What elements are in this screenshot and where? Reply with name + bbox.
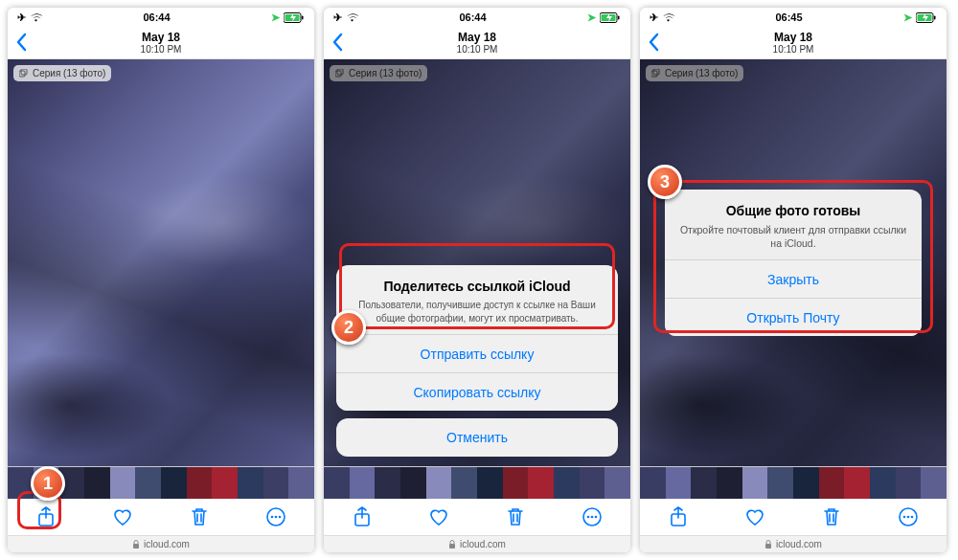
share-button[interactable] (666, 504, 691, 529)
thumbnail[interactable] (554, 467, 580, 499)
svg-point-29 (903, 516, 906, 519)
lock-icon (448, 540, 456, 549)
wifi-icon (662, 12, 674, 22)
svg-point-18 (587, 516, 590, 519)
callout-1: 1 (31, 466, 65, 501)
thumbnail[interactable] (288, 467, 314, 499)
safari-url-bar: icloud.com (324, 535, 630, 552)
back-button[interactable] (648, 33, 659, 52)
thumbnail[interactable] (350, 467, 376, 499)
share-button[interactable] (350, 504, 375, 529)
thumbnail[interactable] (896, 467, 922, 499)
airplane-icon: ✈︎ (650, 11, 658, 24)
copy-link-button[interactable]: Скопировать ссылку (336, 372, 618, 411)
svg-rect-12 (618, 15, 620, 19)
status-bar: ✈︎ 06:45 ➤ (640, 8, 947, 27)
burst-badge: Серия (13 фото) (13, 65, 111, 81)
thumbnail[interactable] (503, 467, 529, 499)
thumbnail[interactable] (528, 467, 554, 499)
thumbnail[interactable] (187, 467, 213, 499)
nav-bar: May 1810:10 PM (324, 27, 630, 59)
status-time: 06:44 (459, 11, 486, 23)
phone-screenshot-3: ✈︎ 06:45 ➤ May 1810:10 PM Серия (13 фото… (640, 8, 947, 552)
thumbnail[interactable] (717, 467, 742, 499)
back-button[interactable] (331, 33, 343, 52)
svg-rect-21 (449, 544, 455, 549)
thumbnail[interactable] (161, 467, 187, 499)
thumbnail[interactable] (742, 467, 768, 499)
share-button[interactable] (34, 504, 58, 529)
thumbnail[interactable] (110, 467, 136, 499)
thumbnail[interactable] (604, 467, 630, 499)
thumbnail[interactable] (819, 467, 845, 499)
callout-3: 3 (648, 165, 682, 199)
thumbnail[interactable] (426, 467, 452, 499)
thumbnail[interactable] (135, 467, 161, 499)
bottom-toolbar (324, 499, 630, 535)
callout-2: 2 (331, 310, 366, 345)
nav-date: May 18 (141, 31, 182, 44)
thumbnail[interactable] (921, 467, 947, 499)
favorite-button[interactable] (426, 504, 451, 529)
more-button[interactable] (263, 504, 288, 529)
svg-point-30 (907, 516, 910, 519)
photo-viewport[interactable]: Серия (13 фото) (8, 59, 314, 466)
action-sheet-overlay: Поделитесь ссылкой iCloud Пользователи, … (324, 59, 630, 466)
svg-rect-4 (21, 69, 27, 75)
alert-close-button[interactable]: Закрыть (665, 259, 923, 298)
thumbnail[interactable] (691, 467, 717, 499)
airplane-icon: ✈︎ (333, 11, 342, 24)
thumbnail[interactable] (238, 467, 263, 499)
nav-title: May 1810:10 PM (773, 31, 814, 55)
delete-button[interactable] (503, 504, 528, 529)
cancel-button[interactable]: Отменить (336, 418, 618, 457)
thumbnail[interactable] (767, 467, 793, 499)
bottom-toolbar (640, 499, 947, 535)
phone-screenshot-2: ✈︎ 06:44 ➤ May 1810:10 PM Серия (13 фото… (324, 8, 630, 552)
thumbnail[interactable] (375, 467, 400, 499)
safari-url-bar: icloud.com (640, 535, 947, 552)
thumbnail[interactable] (212, 467, 238, 499)
thumbnail-strip[interactable] (324, 466, 630, 499)
phone-screenshot-1: ✈︎ 06:44 ➤ May 18 10:10 PM (8, 8, 314, 552)
thumbnail[interactable] (8, 467, 34, 499)
thumbnail[interactable] (870, 467, 896, 499)
thumbnail[interactable] (451, 467, 477, 499)
thumbnail[interactable] (263, 467, 289, 499)
status-bar: ✈︎ 06:44 ➤ (8, 8, 314, 27)
svg-rect-32 (765, 544, 771, 549)
delete-button[interactable] (819, 504, 844, 529)
thumbnail[interactable] (580, 467, 605, 499)
nav-bar: May 18 10:10 PM (8, 27, 314, 59)
thumbnail[interactable] (477, 467, 503, 499)
safari-url-bar: icloud.com (8, 535, 314, 552)
thumbnail-strip[interactable] (640, 466, 947, 499)
battery-icon (916, 12, 937, 23)
alert-overlay: Общие фото готовы Откройте почтовый клие… (640, 59, 947, 466)
alert-open-mail-button[interactable]: Открыть Почту (665, 298, 923, 336)
alert-dialog: Общие фото готовы Откройте почтовый клие… (665, 190, 923, 336)
thumbnail[interactable] (666, 467, 692, 499)
wifi-icon (30, 12, 42, 22)
thumbnail[interactable] (400, 467, 426, 499)
thumbnail[interactable] (324, 467, 350, 499)
location-icon: ➤ (903, 11, 912, 24)
favorite-button[interactable] (742, 504, 767, 529)
lock-icon (764, 540, 772, 549)
sheet-title: Поделитесь ссылкой iCloud (350, 279, 604, 294)
alert-subtitle: Откройте почтовый клиент для отправки сс… (678, 223, 909, 250)
thumbnail[interactable] (640, 467, 666, 499)
favorite-button[interactable] (110, 504, 135, 529)
thumbnail[interactable] (84, 467, 110, 499)
thumbnail[interactable] (844, 467, 870, 499)
more-button[interactable] (896, 504, 921, 529)
status-bar: ✈︎ 06:44 ➤ (324, 8, 630, 27)
svg-point-8 (275, 516, 278, 519)
delete-button[interactable] (187, 504, 212, 529)
svg-rect-23 (934, 15, 936, 19)
send-link-button[interactable]: Отправить ссылку (336, 334, 618, 372)
thumbnail[interactable] (793, 467, 819, 499)
back-button[interactable] (15, 33, 27, 52)
more-button[interactable] (580, 504, 604, 529)
sheet-subtitle: Пользователи, получившие доступ к ссылке… (350, 299, 604, 325)
